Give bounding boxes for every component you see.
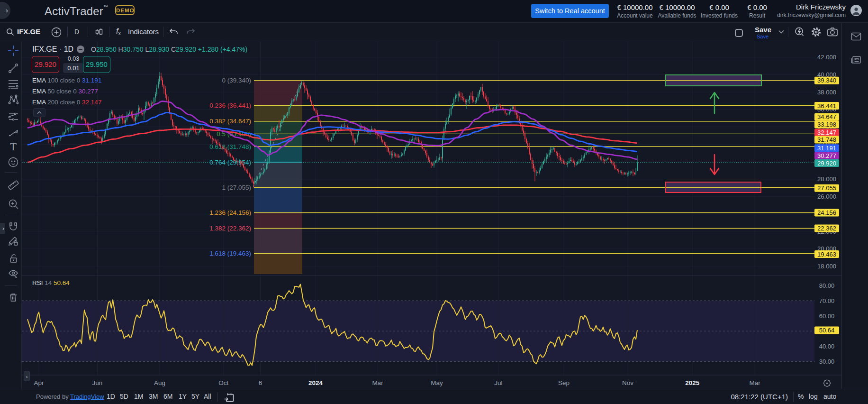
svg-text:Mar: Mar [372,379,383,386]
svg-text:31.191: 31.191 [817,145,836,152]
svg-text:38.000: 38.000 [817,89,836,96]
svg-text:22.362: 22.362 [817,225,836,232]
svg-text:2024: 2024 [308,379,323,386]
svg-text:6: 6 [259,379,262,386]
svg-text:0.382 (34.647): 0.382 (34.647) [209,118,251,125]
svg-text:0 (39.340): 0 (39.340) [222,77,251,84]
svg-text:Oct: Oct [218,379,228,386]
svg-text:0.236 (36.441): 0.236 (36.441) [209,102,251,109]
svg-text:70.00: 70.00 [819,297,835,304]
svg-text:30.277: 30.277 [817,152,836,159]
svg-text:80.00: 80.00 [819,282,835,289]
svg-text:Nov: Nov [622,379,633,386]
svg-text:29.920: 29.920 [817,160,836,167]
svg-text:30.00: 30.00 [819,358,835,365]
svg-text:60.00: 60.00 [819,312,835,320]
svg-text:Jun: Jun [92,379,103,386]
svg-text:33.198: 33.198 [817,121,836,128]
svg-text:36.441: 36.441 [817,102,836,110]
svg-text:19.463: 19.463 [817,251,836,258]
svg-text:1 (27.055): 1 (27.055) [222,184,251,191]
svg-text:31.748: 31.748 [817,136,836,143]
svg-text:Aug: Aug [154,379,165,386]
svg-text:Mar: Mar [750,379,761,386]
svg-text:0.764 (29.954): 0.764 (29.954) [209,159,251,166]
svg-text:32.147: 32.147 [817,129,836,136]
svg-text:2025: 2025 [685,379,700,386]
svg-text:1.236 (24.156): 1.236 (24.156) [209,209,251,216]
svg-text:26.000: 26.000 [817,193,836,200]
svg-text:42.000: 42.000 [817,54,836,61]
svg-text:28.000: 28.000 [817,175,836,183]
svg-text:Apr: Apr [34,379,44,386]
svg-text:39.340: 39.340 [817,77,836,84]
svg-text:1.618 (19.463): 1.618 (19.463) [209,250,251,257]
svg-text:27.055: 27.055 [817,184,836,192]
svg-text:50.64: 50.64 [819,327,835,334]
svg-text:Jul: Jul [494,379,502,386]
svg-text:34.647: 34.647 [817,113,836,120]
svg-text:Sep: Sep [558,379,570,386]
svg-text:18.000: 18.000 [817,263,836,270]
svg-text:0.618 (31.748): 0.618 (31.748) [209,143,251,150]
svg-text:May: May [431,379,443,386]
svg-text:1.382 (22.362): 1.382 (22.362) [209,225,251,232]
svg-text:24.156: 24.156 [817,209,836,216]
svg-text:40.00: 40.00 [819,343,835,350]
